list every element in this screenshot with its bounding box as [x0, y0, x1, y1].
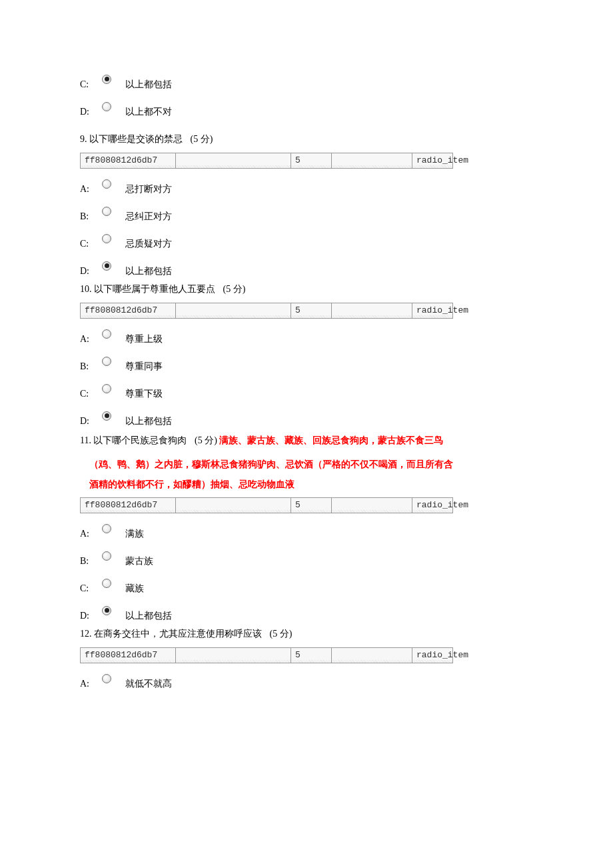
meta-id[interactable]: ff8080812d6db7	[81, 498, 176, 513]
question-head: 10. 以下哪些属于尊重他人五要点 (5 分)	[80, 282, 533, 296]
option-row: D: 以上都不对	[80, 105, 533, 119]
option-label: A:	[80, 332, 96, 346]
question-text: 以下哪个民族忌食狗肉	[93, 435, 187, 445]
radio-wrap[interactable]	[96, 179, 117, 191]
radio-wrap[interactable]	[96, 579, 117, 591]
table-row: ff8080812d6db7 5 radio_item	[81, 153, 453, 169]
radio-wrap[interactable]	[96, 606, 117, 618]
meta-id[interactable]: ff8080812d6db7	[81, 303, 176, 319]
meta-val[interactable]: 5	[291, 648, 332, 663]
option-text: 以上都包括	[125, 414, 172, 428]
option-text: 忌质疑对方	[125, 237, 172, 251]
question-number: 12.	[80, 629, 92, 639]
radio-wrap[interactable]	[96, 411, 117, 423]
meta-blank[interactable]	[176, 498, 291, 513]
meta-val[interactable]: 5	[291, 153, 332, 169]
option-text: 藏族	[125, 581, 144, 595]
option-label: B:	[80, 554, 96, 568]
table-row: ff8080812d6db7 5 radio_item	[81, 648, 453, 663]
question-number: 11.	[80, 435, 91, 445]
option-row: A:满族	[80, 527, 533, 541]
option-row: D:以上都包括	[80, 609, 533, 623]
meta-blank[interactable]	[176, 303, 291, 319]
meta-blank[interactable]	[332, 153, 412, 169]
option-text: 尊重下级	[125, 387, 163, 401]
meta-type[interactable]: radio_item	[412, 303, 453, 319]
radio-wrap[interactable]	[96, 551, 117, 563]
radio-wrap[interactable]	[96, 75, 117, 87]
question-points: (5 分)	[191, 134, 213, 144]
radio-wrap[interactable]	[96, 384, 117, 396]
radio-icon	[102, 524, 111, 533]
option-label: C:	[80, 581, 96, 595]
option-label: D:	[80, 264, 96, 278]
question-text: 以下哪些属于尊重他人五要点	[94, 284, 215, 294]
question-text: 在商务交往中，尤其应注意使用称呼应该	[94, 629, 262, 639]
question-number: 9.	[80, 134, 87, 144]
meta-val[interactable]: 5	[291, 303, 332, 319]
radio-icon	[102, 606, 111, 615]
option-row: A:尊重上级	[80, 332, 533, 346]
radio-wrap[interactable]	[96, 261, 117, 273]
option-text: 以上都包括	[125, 264, 172, 278]
meta-blank[interactable]	[176, 648, 291, 663]
option-text: 忌打断对方	[125, 182, 172, 196]
option-row: D:以上都包括	[80, 414, 533, 428]
option-text: 满族	[125, 527, 144, 541]
option-row: B:尊重同事	[80, 359, 533, 373]
option-label: C:	[80, 387, 96, 401]
radio-wrap[interactable]	[96, 102, 117, 114]
radio-icon	[102, 674, 111, 683]
meta-type[interactable]: radio_item	[412, 498, 453, 513]
radio-icon	[102, 411, 111, 421]
meta-id[interactable]: ff8080812d6db7	[81, 153, 176, 169]
meta-blank[interactable]	[332, 303, 412, 319]
option-label: D:	[80, 105, 96, 119]
radio-wrap[interactable]	[96, 329, 117, 341]
radio-wrap[interactable]	[96, 357, 117, 369]
radio-icon	[102, 329, 111, 339]
radio-icon	[102, 75, 111, 84]
meta-type[interactable]: radio_item	[412, 153, 453, 169]
radio-icon	[102, 357, 111, 366]
radio-wrap[interactable]	[96, 524, 117, 536]
meta-table: ff8080812d6db7 5 radio_item	[80, 153, 453, 169]
option-label: A:	[80, 527, 96, 541]
radio-icon	[102, 579, 111, 588]
radio-icon	[102, 551, 111, 561]
radio-icon	[102, 207, 111, 216]
option-row: C:尊重下级	[80, 387, 533, 401]
meta-val[interactable]: 5	[291, 498, 332, 513]
option-label: A:	[80, 677, 96, 691]
option-row: D:以上都包括	[80, 264, 533, 278]
meta-id[interactable]: ff8080812d6db7	[81, 648, 176, 663]
radio-icon	[102, 384, 111, 393]
option-row: A:就低不就高	[80, 677, 533, 691]
meta-type[interactable]: radio_item	[412, 648, 453, 663]
option-label: D:	[80, 414, 96, 428]
meta-blank[interactable]	[332, 648, 412, 663]
meta-table: ff8080812d6db7 5 radio_item	[80, 497, 453, 513]
option-text: 以上都不对	[125, 105, 172, 119]
option-label: D:	[80, 609, 96, 623]
option-label: B:	[80, 209, 96, 223]
option-row: A:忌打断对方	[80, 182, 533, 196]
meta-blank[interactable]	[332, 498, 412, 513]
question-points: (5 分)	[270, 629, 293, 639]
radio-icon	[102, 234, 111, 243]
radio-icon	[102, 179, 111, 189]
option-text: 蒙古族	[125, 554, 153, 568]
question-points: (5 分)	[223, 284, 246, 294]
radio-wrap[interactable]	[96, 234, 117, 246]
option-text: 以上都包括	[125, 609, 172, 623]
option-row: C:忌质疑对方	[80, 237, 533, 251]
question-head: 11. 以下哪个民族忌食狗肉 (5 分) 满族、蒙古族、藏族、回族忌食狗肉，蒙古…	[80, 432, 533, 449]
option-text: 忌纠正对方	[125, 209, 172, 223]
question-text: 以下哪些是交谈的禁忌	[89, 134, 183, 144]
question-head: 9. 以下哪些是交谈的禁忌 (5 分)	[80, 132, 533, 146]
radio-wrap[interactable]	[96, 674, 117, 686]
option-text: 就低不就高	[125, 677, 172, 691]
answer-annotation: 满族、蒙古族、藏族、回族忌食狗肉，蒙古族不食三鸟	[219, 435, 443, 445]
radio-wrap[interactable]	[96, 207, 117, 219]
meta-blank[interactable]	[176, 153, 291, 169]
